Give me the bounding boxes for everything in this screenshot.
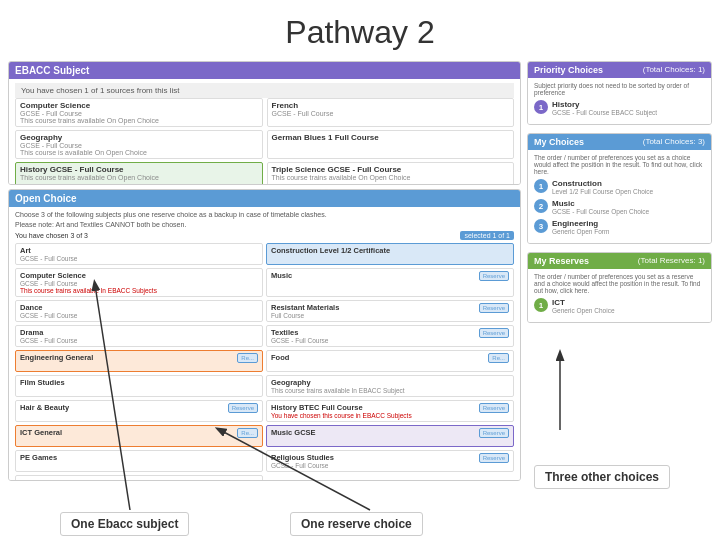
my-choice-num-3: 3 <box>534 219 548 233</box>
choice-art[interactable]: Art GCSE - Full Course <box>15 243 263 265</box>
open-choice-header: Open Choice <box>9 190 520 207</box>
open-choice-body: Choose 3 of the following subjects plus … <box>9 207 520 481</box>
ebacc-subject-geography: Geography GCSE - Full Course This course… <box>15 130 263 159</box>
right-panel: Priority Choices (Total Choices: 1) Subj… <box>527 61 712 481</box>
choice-resistant-materials[interactable]: Resistant Materials Full Course Reserve <box>266 300 514 322</box>
my-reserves-section: My Reserves (Total Reserves: 1) The orde… <box>527 252 712 323</box>
reserve-food-btn[interactable]: Re... <box>488 353 509 363</box>
ebacc-subject-french: French GCSE - Full Course <box>267 98 515 127</box>
page-title: Pathway 2 <box>0 0 720 61</box>
choice-computer-science[interactable]: Computer Science GCSE - Full Course This… <box>15 268 263 297</box>
priority-intro: Subject priority does not need to be sor… <box>534 82 705 96</box>
choice-textiles[interactable]: Textiles GCSE - Full Course Reserve <box>266 325 514 347</box>
ebacc-row-1: Computer Science GCSE - Full Course This… <box>15 98 514 127</box>
choice-ict[interactable]: ICT General Re... <box>15 425 263 447</box>
priority-total: (Total Choices: 1) <box>643 65 705 75</box>
my-choices-label: My Choices <box>534 137 584 147</box>
my-choices-body: The order / number of preferences you se… <box>528 150 711 243</box>
choice-history[interactable]: History BTEC Full Course You have chosen… <box>266 400 514 422</box>
reserve-hair-btn[interactable]: Reserve <box>228 403 258 413</box>
choice-music-bottom[interactable]: Music GCSE Reserve <box>266 425 514 447</box>
annotation-reserve-label: One reserve choice <box>290 512 423 536</box>
open-choice-label: Open Choice <box>15 193 77 204</box>
choice-geography[interactable]: Geography This course trains available I… <box>266 375 514 397</box>
choice-drama[interactable]: Drama GCSE - Full Course <box>15 325 263 347</box>
annotation-reserve: One reserve choice <box>290 514 423 532</box>
ebacc-section: EBACC Subject You have chosen 1 of 1 sou… <box>8 61 521 185</box>
ebacc-body: You have chosen 1 of 1 sources from this… <box>9 79 520 185</box>
my-choice-num-1: 1 <box>534 179 548 193</box>
ebacc-intro: You have chosen 1 of 1 sources from this… <box>15 83 514 98</box>
annotation-ebacc: One Ebacc subject <box>60 514 189 532</box>
reserve-music-bottom-btn[interactable]: Reserve <box>479 428 509 438</box>
reserve-engineering-btn[interactable]: Re... <box>237 353 258 363</box>
my-choices-section: My Choices (Total Choices: 3) The order … <box>527 133 712 244</box>
my-reserves-body: The order / number of preferences you se… <box>528 269 711 322</box>
ebacc-header: EBACC Subject <box>9 62 520 79</box>
open-choice-note: Choose 3 of the following subjects plus … <box>15 211 514 218</box>
choice-music-top[interactable]: Music Reserve <box>266 268 514 297</box>
priority-choices-header: Priority Choices (Total Choices: 1) <box>528 62 711 78</box>
open-choice-section: Open Choice Choose 3 of the following su… <box>8 189 521 481</box>
open-choice-grid: Art GCSE - Full Course Construction Leve… <box>15 243 514 481</box>
content-area: EBACC Subject You have chosen 1 of 1 sou… <box>0 61 720 481</box>
my-choice-construction: 1 Construction Level 1/2 Full Course Ope… <box>534 179 705 195</box>
my-choice-music: 2 Music GCSE - Full Course Open Choice <box>534 199 705 215</box>
choice-religious-studies[interactable]: Religious Studies GCSE - Full Course Res… <box>266 450 514 472</box>
ebacc-subject-german: German Blues 1 Full Course <box>267 130 515 159</box>
reserve-ict-btn[interactable]: Re... <box>237 428 258 438</box>
my-reserves-header: My Reserves (Total Reserves: 1) <box>528 253 711 269</box>
ebacc-subject-history: History GCSE - Full Course This course t… <box>15 162 263 185</box>
ebacc-subject-triple-science: Triple Science GCSE - Full Course This c… <box>267 162 515 185</box>
annotation-ebacc-label: One Ebacc subject <box>60 512 189 536</box>
my-choices-intro: The order / number of preferences you se… <box>534 154 705 175</box>
choice-pe[interactable]: PE Games <box>15 450 263 472</box>
ebacc-row-2: Geography GCSE - Full Course This course… <box>15 130 514 159</box>
open-choice-counter: You have chosen 3 of 3 <box>15 232 88 239</box>
my-choices-header: My Choices (Total Choices: 3) <box>528 134 711 150</box>
my-reserves-label: My Reserves <box>534 256 589 266</box>
ebacc-row-3: History GCSE - Full Course This course t… <box>15 162 514 185</box>
my-choice-num-2: 2 <box>534 199 548 213</box>
open-choice-counter-row: You have chosen 3 of 3 selected 1 of 1 <box>15 231 514 240</box>
my-reserves-total: (Total Reserves: 1) <box>638 256 705 266</box>
choice-dance[interactable]: Dance GCSE - Full Course <box>15 300 263 322</box>
my-choices-total: (Total Choices: 3) <box>643 137 705 147</box>
my-reserve-ict: 1 ICT Generic Open Choice <box>534 298 705 314</box>
priority-choices-body: Subject priority does not need to be sor… <box>528 78 711 124</box>
ebacc-label: EBACC Subject <box>15 65 89 76</box>
reserve-textiles-btn[interactable]: Reserve <box>479 328 509 338</box>
reserve-counter: selected 1 of 1 <box>460 231 514 240</box>
reserve-resistant-btn[interactable]: Reserve <box>479 303 509 313</box>
ebacc-subject-computer-science: Computer Science GCSE - Full Course This… <box>15 98 263 127</box>
choice-construction[interactable]: Construction Level 1/2 Certificate <box>266 243 514 265</box>
reserve-music-btn[interactable]: Reserve <box>479 271 509 281</box>
left-panel: EBACC Subject You have chosen 1 of 1 sou… <box>8 61 521 481</box>
open-choice-note2: Please note: Art and Textiles CANNOT bot… <box>15 221 514 228</box>
annotation-three: Three other choices <box>534 467 670 485</box>
my-reserves-intro: The order / number of preferences you se… <box>534 273 705 294</box>
my-choice-engineering: 3 Engineering Generic Open Form <box>534 219 705 235</box>
priority-item-history: 1 History GCSE - Full Course EBACC Subje… <box>534 100 705 116</box>
choice-hair-beauty[interactable]: Hair & Beauty Reserve <box>15 400 263 422</box>
priority-choices-section: Priority Choices (Total Choices: 1) Subj… <box>527 61 712 125</box>
annotation-three-label: Three other choices <box>534 465 670 489</box>
reserve-rs-btn[interactable]: Reserve <box>479 453 509 463</box>
priority-num-1: 1 <box>534 100 548 114</box>
choice-food[interactable]: Food Re... <box>266 350 514 372</box>
choice-film-studies[interactable]: Film Studies <box>15 375 263 397</box>
my-reserve-num-1: 1 <box>534 298 548 312</box>
priority-label: Priority Choices <box>534 65 603 75</box>
reserve-history-btn[interactable]: Reserve <box>479 403 509 413</box>
choice-triple-science[interactable]: Triple Science GCSE - Full Course <box>15 475 263 481</box>
choice-engineering[interactable]: Engineering General Re... <box>15 350 263 372</box>
